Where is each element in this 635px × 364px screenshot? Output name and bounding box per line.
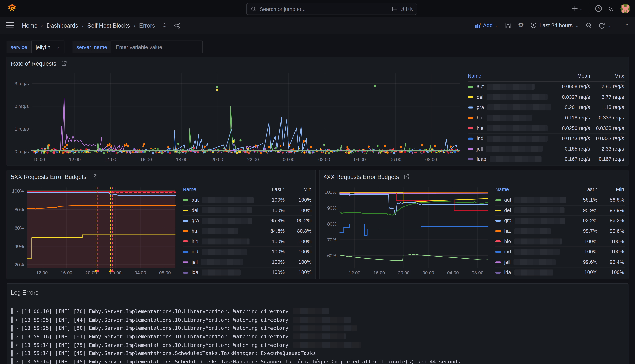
legend-series-name[interactable]: lda bbox=[183, 270, 256, 276]
add-panel-button[interactable]: Add ⌄ bbox=[475, 22, 499, 28]
redacted-log-text bbox=[293, 317, 351, 322]
log-row[interactable]: >[13:59:14] [INF] [45] Emby.Server.Imple… bbox=[11, 349, 624, 358]
breadcrumb-dashboards[interactable]: Dashboards bbox=[47, 22, 78, 29]
legend-series-name[interactable]: aut bbox=[183, 197, 256, 203]
legend-col-name[interactable]: Name bbox=[183, 186, 256, 192]
legend-row: lda100%100% bbox=[183, 268, 312, 277]
external-link-icon[interactable] bbox=[404, 174, 409, 180]
expand-chevron-icon[interactable]: > bbox=[16, 326, 21, 330]
time-range-picker[interactable]: Last 24 hours ⌄ bbox=[530, 22, 579, 28]
external-link-icon[interactable] bbox=[61, 61, 67, 66]
share-icon[interactable] bbox=[174, 22, 181, 29]
legend-col-1[interactable]: Mean bbox=[552, 73, 591, 79]
legend-series-name[interactable]: del bbox=[183, 208, 256, 214]
legend-series-name[interactable]: ha. bbox=[495, 228, 569, 234]
log-row[interactable]: >[13:59:14] [INF] [75] Emby.Server.Imple… bbox=[11, 341, 624, 349]
expand-chevron-icon[interactable]: > bbox=[16, 342, 21, 347]
legend-col-2[interactable]: Min bbox=[598, 186, 625, 192]
legend-value-2: 1.13 req/s bbox=[591, 105, 625, 110]
svg-text:00:00: 00:00 bbox=[283, 157, 294, 162]
breadcrumb-separator: › bbox=[134, 22, 136, 28]
legend-series-name[interactable]: del bbox=[468, 94, 552, 100]
help-icon[interactable]: ? bbox=[595, 5, 602, 12]
series-color-pill bbox=[468, 127, 473, 129]
legend-row: jell0.185 req/s2.33 req/s bbox=[468, 144, 625, 154]
legend-row: ind0.0173 req/s0.0333 req/s bbox=[468, 134, 625, 144]
series-color-pill bbox=[183, 261, 188, 263]
legend-col-1[interactable]: Last * bbox=[256, 186, 285, 192]
legend-value-1: 100% bbox=[256, 249, 285, 255]
refresh-button[interactable]: ⌄ bbox=[598, 22, 611, 29]
save-dashboard-button[interactable] bbox=[505, 22, 511, 29]
legend-row: ha.99.7%99.6% bbox=[495, 226, 625, 236]
legend-col-name[interactable]: Name bbox=[468, 73, 552, 79]
collapse-chevron-up-icon[interactable]: ⌃ bbox=[625, 24, 629, 27]
breadcrumb-home[interactable]: Home bbox=[22, 22, 38, 29]
err4xx-chart[interactable]: 60%70%80%90%100%12:0016:0020:0000:0004:0… bbox=[323, 184, 491, 277]
log-row[interactable]: >[13:59:14] [INF] [45] Emby.Server.Imple… bbox=[11, 358, 624, 364]
legend-series-name[interactable]: gra bbox=[183, 218, 256, 224]
legend-series-name[interactable]: ha. bbox=[183, 228, 256, 234]
legend-series-name[interactable]: lda bbox=[495, 270, 569, 276]
err5xx-chart[interactable]: 20%40%60%80%100%12:0016:0020:0000:0004:0… bbox=[10, 184, 179, 277]
legend-series-name[interactable]: jell bbox=[468, 146, 552, 152]
legend-series-name[interactable]: ldap bbox=[468, 156, 552, 162]
legend-col-2[interactable]: Max bbox=[591, 73, 625, 79]
legend-series-name[interactable]: del bbox=[495, 208, 569, 214]
legend-series-name[interactable]: hle bbox=[183, 238, 256, 244]
series-color-pill bbox=[495, 261, 501, 263]
legend-series-name[interactable]: ha. bbox=[468, 115, 552, 121]
series-color-pill bbox=[183, 240, 188, 242]
panel-title[interactable]: 4XX Requests Error Budgets bbox=[324, 174, 399, 180]
zoom-out-icon[interactable] bbox=[586, 22, 592, 29]
panel-title[interactable]: Rate of Requests bbox=[11, 60, 56, 67]
log-row[interactable]: >[13:59:16] [INF] [61] Emby.Server.Imple… bbox=[11, 332, 624, 341]
expand-chevron-icon[interactable]: > bbox=[16, 309, 21, 314]
legend-series-name[interactable]: jell bbox=[495, 259, 569, 265]
legend-series-name[interactable]: gra bbox=[468, 104, 552, 110]
log-level-bar bbox=[11, 308, 13, 315]
legend-row: aut0.0608 req/s2.85 req/s bbox=[468, 82, 625, 92]
legend-series-name[interactable]: ind bbox=[183, 249, 256, 255]
expand-chevron-icon[interactable]: > bbox=[16, 317, 21, 322]
external-link-icon[interactable] bbox=[91, 174, 97, 180]
series-color-pill bbox=[495, 199, 501, 201]
legend-series-name[interactable]: gra bbox=[495, 218, 569, 224]
legend-col-1[interactable]: Last * bbox=[569, 186, 598, 192]
expand-chevron-icon[interactable]: > bbox=[16, 334, 21, 339]
legend-series-name[interactable]: ind bbox=[468, 136, 552, 142]
dashboard-settings-gear-icon[interactable]: ⚙ bbox=[518, 21, 524, 30]
grafana-logo-icon[interactable] bbox=[7, 3, 18, 14]
log-row[interactable]: >[14:00:10] [INF] [70] Emby.Server.Imple… bbox=[11, 307, 624, 316]
legend-series-name[interactable]: aut bbox=[468, 84, 552, 90]
legend-col-2[interactable]: Min bbox=[286, 186, 312, 192]
favorite-star-icon[interactable]: ☆ bbox=[162, 22, 167, 29]
legend-series-name[interactable]: hle bbox=[468, 125, 552, 131]
rate-chart[interactable]: 0 req/s1 req/s2 req/s3 req/s10:0012:0014… bbox=[10, 71, 464, 164]
breadcrumb-separator: › bbox=[82, 22, 84, 28]
news-rss-icon[interactable] bbox=[608, 5, 615, 12]
new-plus-button[interactable]: ⌄ bbox=[572, 6, 583, 12]
menu-toggle-icon[interactable] bbox=[6, 22, 14, 28]
expand-chevron-icon[interactable]: > bbox=[16, 351, 21, 356]
series-color-pill bbox=[183, 210, 188, 211]
legend-series-name[interactable]: aut bbox=[495, 197, 569, 203]
legend-series-name[interactable]: hle bbox=[495, 238, 569, 244]
panel-title[interactable]: 5XX Requests Error Budgets bbox=[11, 174, 86, 180]
legend-value-1: 95.9% bbox=[569, 208, 598, 213]
chevron-down-icon: ⌄ bbox=[607, 24, 611, 27]
legend-series-name[interactable]: ind bbox=[495, 249, 569, 255]
variables-row: service jellyfin ⌄ server_name Enter var… bbox=[7, 40, 203, 54]
expand-chevron-icon[interactable]: > bbox=[16, 359, 21, 364]
breadcrumb-folder[interactable]: Self Host Blocks bbox=[87, 22, 130, 29]
search-input[interactable]: Search or jump to... ctrl+k bbox=[246, 3, 417, 15]
log-row[interactable]: >[13:59:25] [INF] [80] Emby.Server.Imple… bbox=[11, 324, 624, 332]
err4xx-legend: NameLast *Minaut58.1%56.8%del95.9%93.9%g… bbox=[491, 184, 625, 277]
user-avatar[interactable] bbox=[620, 4, 630, 13]
variable-select-service[interactable]: jellyfin ⌄ bbox=[31, 40, 64, 54]
legend-col-name[interactable]: Name bbox=[495, 186, 569, 192]
log-row[interactable]: >[13:59:25] [INF] [44] Emby.Server.Imple… bbox=[11, 316, 624, 324]
legend-series-name[interactable]: jell bbox=[183, 259, 256, 265]
variable-input-server-name[interactable]: Enter variable value bbox=[111, 40, 203, 54]
legend-value-1: 58.1% bbox=[569, 197, 598, 203]
